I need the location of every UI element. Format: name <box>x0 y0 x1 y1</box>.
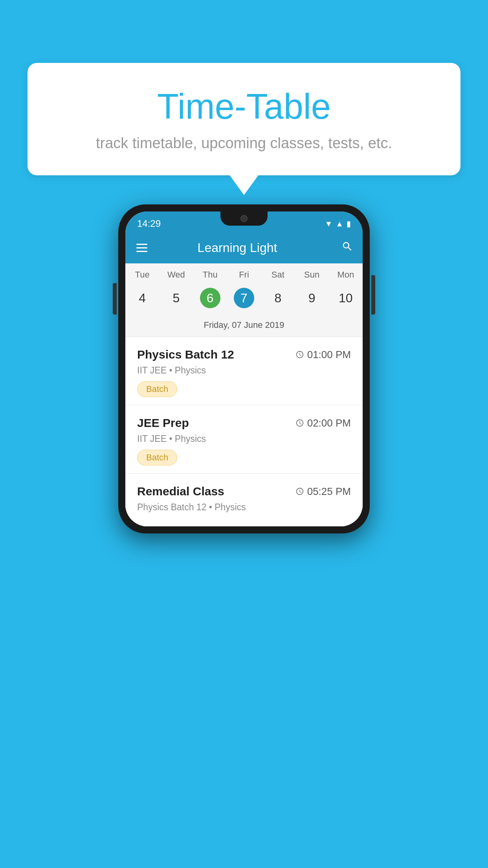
day-7-selected[interactable]: 7 <box>227 285 261 311</box>
speech-bubble: Time-Table track timetable, upcoming cla… <box>28 63 460 175</box>
schedule-item-3[interactable]: Remedial Class 05:25 PM Physics Batch 12… <box>125 474 363 526</box>
status-icons: ▼ ▲ ▮ <box>325 219 351 228</box>
schedule-time-1: 01:00 PM <box>295 349 351 361</box>
bubble-subtitle: track timetable, upcoming classes, tests… <box>47 135 441 152</box>
schedule-item-2[interactable]: JEE Prep 02:00 PM IIT JEE • Physics Batc… <box>125 405 363 474</box>
schedule-item-1[interactable]: Physics Batch 12 01:00 PM IIT JEE • Phys… <box>125 337 363 405</box>
day-5[interactable]: 5 <box>159 285 193 311</box>
schedule-time-3: 05:25 PM <box>295 485 351 498</box>
schedule-title-3: Remedial Class <box>137 485 224 498</box>
schedule-subtitle-3: Physics Batch 12 • Physics <box>137 502 351 513</box>
day-10[interactable]: 10 <box>329 285 363 311</box>
batch-badge-1: Batch <box>137 381 177 397</box>
speech-bubble-container: Time-Table track timetable, upcoming cla… <box>28 63 460 175</box>
day-header-fri: Fri <box>227 270 261 280</box>
hamburger-menu[interactable] <box>135 242 149 254</box>
day-header-thu: Thu <box>193 270 227 280</box>
schedule-title-2: JEE Prep <box>137 416 189 430</box>
status-time: 14:29 <box>137 218 161 229</box>
day-header-tue: Tue <box>125 270 159 280</box>
calendar: Tue Wed Thu Fri Sat Sun Mon 4 5 6 7 8 9 … <box>125 263 363 337</box>
schedule-title-1: Physics Batch 12 <box>137 348 234 361</box>
day-headers: Tue Wed Thu Fri Sat Sun Mon <box>125 263 363 283</box>
day-6-today[interactable]: 6 <box>193 285 227 311</box>
bubble-title: Time-Table <box>47 86 441 127</box>
day-header-wed: Wed <box>159 270 193 280</box>
schedule-subtitle-2: IIT JEE • Physics <box>137 434 351 444</box>
batch-badge-2: Batch <box>137 450 177 465</box>
day-header-mon: Mon <box>329 270 363 280</box>
phone-outer: 14:29 ▼ ▲ ▮ Learning Light <box>118 204 370 533</box>
schedule-time-2: 02:00 PM <box>295 417 351 429</box>
day-header-sun: Sun <box>295 270 328 280</box>
selected-date: Friday, 07 June 2019 <box>125 317 363 337</box>
schedule-item-3-header: Remedial Class 05:25 PM <box>137 485 351 498</box>
schedule-item-2-header: JEE Prep 02:00 PM <box>137 416 351 430</box>
camera <box>240 215 248 222</box>
schedule-list: Physics Batch 12 01:00 PM IIT JEE • Phys… <box>125 337 363 526</box>
clock-icon-2 <box>295 419 304 427</box>
battery-icon: ▮ <box>347 219 351 228</box>
clock-icon-3 <box>295 487 304 496</box>
signal-icon: ▲ <box>336 219 343 228</box>
day-9[interactable]: 9 <box>295 285 328 311</box>
day-numbers: 4 5 6 7 8 9 10 <box>125 283 363 317</box>
clock-icon-1 <box>295 350 304 359</box>
phone-inner: 14:29 ▼ ▲ ▮ Learning Light <box>125 211 363 526</box>
schedule-subtitle-1: IIT JEE • Physics <box>137 365 351 376</box>
search-icon[interactable] <box>341 241 353 255</box>
app-title: Learning Light <box>157 241 318 255</box>
phone-notch <box>220 211 268 226</box>
phone-mockup: 14:29 ▼ ▲ ▮ Learning Light <box>118 204 370 533</box>
schedule-item-1-header: Physics Batch 12 01:00 PM <box>137 348 351 361</box>
app-bar: Learning Light <box>125 232 363 263</box>
day-header-sat: Sat <box>261 270 295 280</box>
wifi-icon: ▼ <box>325 219 332 228</box>
day-8[interactable]: 8 <box>261 285 295 311</box>
day-4[interactable]: 4 <box>125 285 159 311</box>
